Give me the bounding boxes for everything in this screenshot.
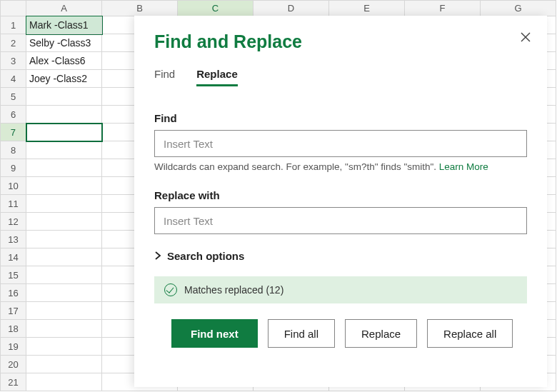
cell[interactable] [26,124,102,141]
find-label: Find [154,112,527,124]
cell[interactable] [26,356,102,373]
column-header-b[interactable]: B [102,1,178,16]
cell[interactable] [26,320,102,338]
find-all-button[interactable]: Find all [268,319,335,348]
row-header[interactable]: 5 [1,88,26,106]
cell[interactable]: Mark -Class1 [26,16,102,34]
row-header[interactable]: 20 [1,356,26,373]
dialog-title: Find and Replace [154,31,527,52]
row-header[interactable]: 19 [1,338,26,356]
row-header[interactable]: 14 [1,248,26,266]
replace-button[interactable]: Replace [345,319,417,348]
column-header-f[interactable]: F [405,1,481,16]
cell[interactable] [26,213,102,231]
search-options-toggle[interactable]: Search options [154,250,527,262]
tab-replace[interactable]: Replace [196,68,238,86]
row-header[interactable]: 15 [1,266,26,284]
cell[interactable] [26,338,102,356]
column-header-g[interactable]: G [481,1,556,16]
cell[interactable] [26,266,102,284]
column-header-a[interactable]: A [26,1,102,16]
row-header[interactable]: 18 [1,320,26,338]
cell[interactable] [26,302,102,320]
find-replace-dialog: Find and Replace Find Replace Find Wildc… [134,16,547,387]
find-input[interactable] [154,130,527,157]
row-header[interactable]: 6 [1,106,26,124]
cell[interactable] [26,195,102,213]
find-next-button[interactable]: Find next [171,319,258,348]
cell[interactable] [26,248,102,266]
row-header[interactable]: 17 [1,302,26,320]
cell[interactable]: Alex -Class6 [26,52,102,70]
check-circle-icon [164,283,177,296]
row-header[interactable]: 12 [1,213,26,231]
cell[interactable] [26,159,102,177]
close-icon[interactable] [517,29,534,46]
row-header[interactable]: 1 [1,16,26,34]
row-header[interactable]: 21 [1,373,26,391]
status-banner: Matches replaced (12) [154,276,527,303]
cell[interactable]: Joey -Class2 [26,70,102,88]
cell[interactable]: Selby -Class3 [26,34,102,52]
search-options-label: Search options [167,250,244,262]
cell[interactable] [26,141,102,159]
cell[interactable] [26,231,102,248]
select-all-corner[interactable] [1,1,26,16]
cell[interactable] [26,177,102,195]
column-header-c[interactable]: C [178,1,254,16]
row-header[interactable]: 11 [1,195,26,213]
cell[interactable] [26,88,102,106]
wildcard-hint: Wildcards can expand search. For example… [154,161,527,172]
cell[interactable] [26,373,102,391]
row-header[interactable]: 9 [1,159,26,177]
row-header[interactable]: 10 [1,177,26,195]
row-header[interactable]: 2 [1,34,26,52]
row-header[interactable]: 4 [1,70,26,88]
button-row: Find next Find all Replace Replace all [171,319,527,348]
row-header[interactable]: 7 [1,124,26,141]
cell[interactable] [26,284,102,302]
status-text: Matches replaced (12) [184,284,283,296]
column-header-e[interactable]: E [329,1,405,16]
row-header[interactable]: 8 [1,141,26,159]
chevron-right-icon [154,250,161,262]
replace-label: Replace with [154,189,527,201]
column-header-d[interactable]: D [254,1,329,16]
row-header[interactable]: 13 [1,231,26,248]
tab-find[interactable]: Find [154,68,175,86]
tabs: Find Replace [154,68,527,86]
row-header[interactable]: 16 [1,284,26,302]
replace-all-button[interactable]: Replace all [427,319,513,348]
cell[interactable] [26,106,102,124]
row-header[interactable]: 3 [1,52,26,70]
hint-text: Wildcards can expand search. For example… [154,161,439,172]
replace-input[interactable] [154,207,527,234]
learn-more-link[interactable]: Learn More [439,161,488,172]
